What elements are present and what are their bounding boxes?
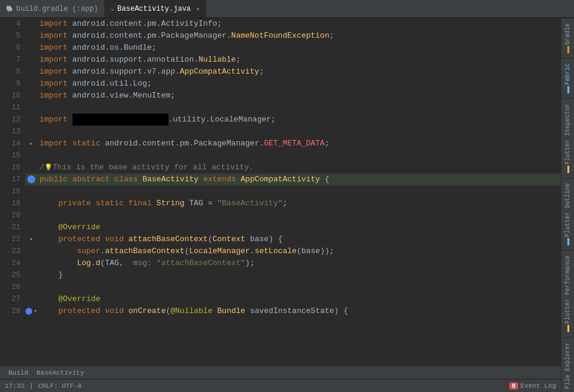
code-line-21: 21 @Override	[0, 221, 561, 233]
code-container[interactable]: 4 import android.content.pm.ActivityInfo…	[0, 18, 561, 366]
line-num-25: 25	[0, 269, 25, 281]
gutter-17[interactable]: ⬤	[25, 174, 37, 186]
line-content-6: import android.os.Bundle;	[37, 42, 561, 54]
gutter-24	[25, 257, 37, 269]
code-line-28: 28 ⬤ ▾ protected void onCreate(@Nullable…	[0, 305, 561, 317]
gutter-9	[25, 78, 37, 90]
gradle-icon: 🐘	[6, 5, 13, 13]
gradle-color-bar	[567, 46, 569, 53]
gutter-14[interactable]: ▸	[25, 138, 37, 150]
code-line-10: 10 import android.view.MenuItem;	[0, 90, 561, 102]
line-content-16: /💡This is the base activity for all acti…	[37, 162, 561, 174]
status-right: 8 Event Log	[509, 382, 556, 390]
line-content-23: super.attachBaseContext(LocaleManager.se…	[37, 245, 561, 257]
line-num-26: 26	[0, 281, 25, 293]
line-num-19: 19	[0, 197, 25, 209]
line-num-15: 15	[0, 150, 25, 162]
build-panel: Build BaseActivity	[0, 366, 561, 379]
line-content-4: import android.content.pm.ActivityInfo;	[37, 18, 561, 30]
code-line-14: 14 ▸ import static android.content.pm.Pa…	[0, 138, 561, 150]
gutter-20	[25, 209, 37, 221]
code-line-26: 26	[0, 281, 561, 293]
line-content-10: import android.view.MenuItem;	[37, 90, 561, 102]
side-tab-device-file-explorer[interactable]: Device File Explorer	[561, 337, 574, 392]
code-line-24: 24 Log.d(TAG, msg: "attachBaseContext");	[0, 257, 561, 269]
line-num-21: 21	[0, 221, 25, 233]
line-num-11: 11	[0, 102, 25, 114]
line-num-20: 20	[0, 209, 25, 221]
tab-base-activity-label: BaseActivity.java	[117, 5, 191, 13]
side-tab-flutter-performance-label: Flutter Performance	[564, 256, 571, 324]
line-num-5: 5	[0, 30, 25, 42]
gutter-18	[25, 186, 37, 197]
line-content-7: import android.support.annotation.Nullab…	[37, 54, 561, 66]
gutter-8	[25, 66, 37, 78]
right-panel: Gradle Fabric Flutter Inspector Flutter …	[561, 18, 574, 392]
line-num-6: 6	[0, 42, 25, 54]
tab-gradle[interactable]: 🐘 build.gradle (:app)	[0, 0, 105, 17]
side-tab-flutter-outline-label: Flutter Outline	[564, 183, 571, 237]
fabric-color-bar	[567, 86, 569, 93]
line-num-27: 27	[0, 293, 25, 305]
code-line-7: 7 import android.support.annotation.Null…	[0, 54, 561, 66]
side-tab-flutter-inspector-label: Flutter Inspector	[564, 104, 571, 165]
line-num-7: 7	[0, 54, 25, 66]
line-num-14: 14	[0, 138, 25, 150]
side-tab-device-file-explorer-label: Device File Explorer	[564, 342, 571, 392]
status-separator: |	[29, 382, 34, 390]
tab-gradle-label: build.gradle (:app)	[16, 5, 98, 13]
tab-base-activity[interactable]: ☕ BaseActivity.java ✕	[105, 0, 206, 17]
gutter-4	[25, 18, 37, 30]
code-line-27: 27 @Override	[0, 293, 561, 305]
code-line-23: 23 super.attachBaseContext(LocaleManager…	[0, 245, 561, 257]
tab-bar: 🐘 build.gradle (:app) ☕ BaseActivity.jav…	[0, 0, 574, 18]
gutter-7	[25, 54, 37, 66]
status-position: 17:32	[5, 382, 25, 390]
code-line-19: 19 private static final String TAG = "Ba…	[0, 197, 561, 209]
line-content-9: import android.util.Log;	[37, 78, 561, 90]
gutter-21	[25, 221, 37, 233]
side-tab-flutter-outline[interactable]: Flutter Outline	[561, 178, 574, 250]
line-content-25: }	[37, 269, 561, 281]
redacted-package	[72, 114, 168, 126]
gutter-6	[25, 42, 37, 54]
line-num-18: 18	[0, 186, 25, 197]
line-content-11	[37, 102, 561, 114]
close-icon[interactable]: ✕	[196, 5, 200, 13]
gutter-26	[25, 281, 37, 293]
code-line-9: 9 import android.util.Log;	[0, 78, 561, 90]
code-line-12: 12 import .utility.LocaleManager;	[0, 114, 561, 126]
side-tab-flutter-inspector[interactable]: Flutter Inspector	[561, 98, 574, 178]
gutter-27	[25, 293, 37, 305]
side-tab-gradle[interactable]: Gradle	[561, 18, 574, 58]
event-log-button[interactable]: 8 Event Log	[509, 382, 556, 390]
build-label[interactable]: Build	[5, 368, 32, 378]
gutter-10	[25, 90, 37, 102]
line-content-21: @Override	[37, 221, 561, 233]
line-content-15	[37, 150, 561, 162]
error-count-badge: 8	[509, 382, 518, 390]
code-line-17: 17 ⬤ public abstract class BaseActivity …	[0, 174, 561, 186]
line-num-22: 22	[0, 233, 25, 245]
gutter-28[interactable]: ⬤ ▾	[25, 305, 37, 317]
gutter-16	[25, 162, 37, 174]
code-line-5: 5 import android.content.pm.PackageManag…	[0, 30, 561, 42]
line-content-18	[37, 186, 561, 197]
flutter-outline-color-bar	[567, 238, 569, 245]
gutter-5	[25, 30, 37, 42]
code-line-8: 8 import android.support.v7.app.AppCompa…	[0, 66, 561, 78]
side-tab-fabric-label: Fabric	[564, 63, 571, 85]
line-content-5: import android.content.pm.PackageManager…	[37, 30, 561, 42]
main-area: 4 import android.content.pm.ActivityInfo…	[0, 18, 574, 392]
line-content-24: Log.d(TAG, msg: "attachBaseContext");	[37, 257, 561, 269]
flutter-performance-color-bar	[567, 325, 569, 332]
gutter-12	[25, 114, 37, 126]
line-num-12: 12	[0, 114, 25, 126]
line-num-8: 8	[0, 66, 25, 78]
code-line-25: 25 }	[0, 269, 561, 281]
side-tab-flutter-performance[interactable]: Flutter Performance	[561, 250, 574, 337]
code-line-20: 20	[0, 209, 561, 221]
gutter-22[interactable]: ▾	[25, 233, 37, 245]
line-content-27: @Override	[37, 293, 561, 305]
side-tab-fabric[interactable]: Fabric	[561, 58, 574, 98]
